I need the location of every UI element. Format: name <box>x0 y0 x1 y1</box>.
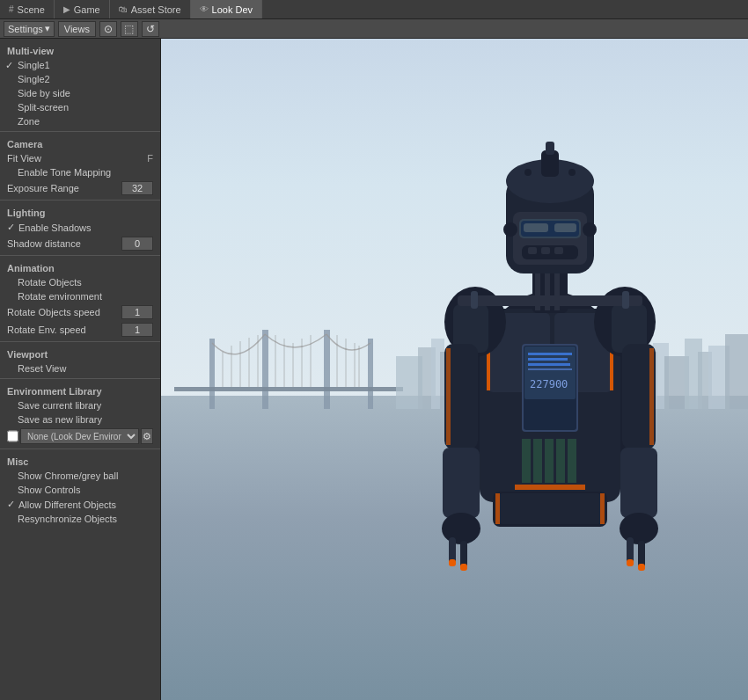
rotate-objects-speed-input[interactable] <box>121 305 153 319</box>
rotate-environment-label: Rotate environment <box>18 291 102 302</box>
exposure-range-input[interactable] <box>121 181 153 195</box>
save-current-library[interactable]: Save current library <box>0 398 160 412</box>
enable-tone-mapping-label: Enable Tone Mapping <box>18 167 111 178</box>
svg-rect-58 <box>533 439 542 483</box>
rotate-objects-speed-row: Rotate Objects speed <box>0 303 160 321</box>
robot-svg: 227900 <box>392 71 708 634</box>
settings-dropdown[interactable]: Settings ▾ <box>4 21 55 37</box>
environment-library-header: Environment Library <box>0 383 160 398</box>
allow-different-objects-row[interactable]: ✓ Allow Different Objects <box>0 497 160 512</box>
resynchronize-objects[interactable]: Resynchronize Objects <box>0 512 160 526</box>
left-panel: Multi-view Single1 Single2 Side by side … <box>0 39 161 700</box>
misc-header: Misc <box>0 453 160 469</box>
show-controls[interactable]: Show Controls <box>0 483 160 497</box>
tab-look-dev-label: Look Dev <box>212 4 253 15</box>
viewport-header: Viewport <box>0 346 160 361</box>
shadow-distance-input[interactable] <box>121 237 153 251</box>
svg-rect-3 <box>368 339 373 409</box>
show-chrome-grey-ball-label: Show Chrome/grey ball <box>18 470 118 481</box>
settings-label: Settings <box>8 24 43 34</box>
divider-6 <box>0 448 160 449</box>
svg-point-70 <box>442 513 480 544</box>
svg-rect-42 <box>725 334 748 409</box>
single1-label: Single1 <box>18 60 50 70</box>
env-library-select[interactable]: None (Look Dev Enviror <box>20 428 139 444</box>
multiview-split-screen[interactable]: Split-screen <box>0 100 160 114</box>
enable-shadows-label: Enable Shadows <box>18 222 92 233</box>
views-label: Views <box>64 24 90 34</box>
multiview-single2[interactable]: Single2 <box>0 72 160 86</box>
viewport[interactable]: 227900 <box>161 39 748 700</box>
svg-rect-82 <box>638 564 645 571</box>
multiview-side-by-side[interactable]: Side by side <box>0 86 160 100</box>
svg-rect-53 <box>528 358 568 361</box>
rotate-objects[interactable]: Rotate Objects <box>0 275 160 289</box>
settings-chevron-icon: ▾ <box>45 23 50 34</box>
tab-game-label: Game <box>74 4 100 15</box>
toggle-btn-3[interactable]: ↺ <box>142 21 159 37</box>
tab-bar: # Scene ▶ Game 🛍 Asset Store 👁 Look Dev <box>0 0 748 19</box>
svg-rect-99 <box>541 247 550 254</box>
multiview-single1[interactable]: Single1 <box>0 58 160 72</box>
enable-shadows-row[interactable]: ✓ Enable Shadows <box>0 220 160 235</box>
enable-tone-mapping[interactable]: Enable Tone Mapping <box>0 165 160 179</box>
shadow-distance-label: Shadow distance <box>7 238 118 249</box>
save-current-library-label: Save current library <box>18 400 101 411</box>
svg-rect-73 <box>449 559 456 566</box>
svg-rect-60 <box>556 439 565 483</box>
svg-rect-55 <box>528 368 572 370</box>
toggle-btn-2[interactable]: ⬚ <box>121 21 138 37</box>
game-icon: ▶ <box>63 4 70 14</box>
zone-label: Zone <box>18 116 40 127</box>
toggle-btn-1[interactable]: ⊙ <box>99 21 117 37</box>
divider-3 <box>0 255 160 256</box>
main-layout: Multi-view Single1 Single2 Side by side … <box>0 39 748 700</box>
env-settings-btn[interactable]: ⚙ <box>141 428 153 444</box>
svg-rect-95 <box>524 223 548 232</box>
reset-view-label: Reset View <box>18 363 66 374</box>
bridge-svg <box>174 321 403 409</box>
divider-4 <box>0 341 160 342</box>
scene-icon: # <box>9 4 14 14</box>
tab-game[interactable]: ▶ Game <box>55 0 110 18</box>
shadow-distance-row: Shadow distance <box>0 235 160 252</box>
save-as-new-library-label: Save as new library <box>18 414 102 425</box>
svg-rect-62 <box>515 485 585 490</box>
svg-point-78 <box>620 513 658 544</box>
look-dev-icon: 👁 <box>200 4 209 14</box>
tab-asset-store[interactable]: 🛍 Asset Store <box>110 0 191 18</box>
svg-rect-96 <box>554 223 576 232</box>
show-chrome-grey-ball[interactable]: Show Chrome/grey ball <box>0 469 160 483</box>
svg-rect-111 <box>622 291 629 309</box>
svg-rect-59 <box>545 439 554 483</box>
animation-header: Animation <box>0 259 160 275</box>
svg-rect-98 <box>528 247 537 254</box>
rotate-env-speed-input[interactable] <box>121 323 153 337</box>
divider-1 <box>0 131 160 132</box>
env-checkbox[interactable] <box>7 430 18 442</box>
show-controls-label: Show Controls <box>18 485 81 495</box>
svg-rect-54 <box>528 363 570 366</box>
tab-look-dev[interactable]: 👁 Look Dev <box>191 0 262 18</box>
svg-rect-4 <box>174 387 403 391</box>
save-as-new-library[interactable]: Save as new library <box>0 412 160 427</box>
tab-scene-label: Scene <box>18 4 45 15</box>
svg-rect-106 <box>497 493 603 524</box>
divider-2 <box>0 200 160 201</box>
svg-point-89 <box>524 169 532 176</box>
allow-different-objects-label: Allow Different Objects <box>18 499 116 510</box>
views-button[interactable]: Views <box>58 21 96 37</box>
resynchronize-objects-label: Resynchronize Objects <box>18 514 117 524</box>
multiview-zone[interactable]: Zone <box>0 114 160 128</box>
svg-rect-81 <box>627 559 634 566</box>
tab-scene[interactable]: # Scene <box>0 0 55 18</box>
enable-shadows-check-icon: ✓ <box>7 222 15 233</box>
rotate-environment[interactable]: Rotate environment <box>0 289 160 303</box>
divider-5 <box>0 378 160 379</box>
allow-different-objects-check-icon: ✓ <box>7 499 15 510</box>
fit-view-shortcut: F <box>147 153 153 164</box>
reset-view[interactable]: Reset View <box>0 361 160 376</box>
svg-rect-108 <box>600 493 605 524</box>
rotate-objects-speed-label: Rotate Objects speed <box>7 307 118 317</box>
svg-rect-107 <box>495 493 500 524</box>
